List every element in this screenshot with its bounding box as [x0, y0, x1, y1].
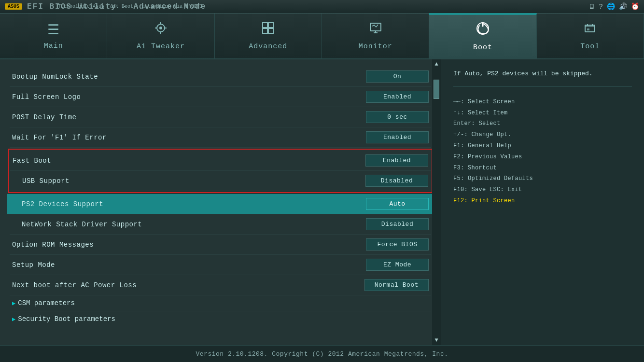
wait-f1-label: Wait For 'F1' If Error [12, 134, 107, 141]
footer-text: Version 2.10.1208. Copyright (C) 2012 Am… [196, 350, 448, 358]
setting-wait-f1[interactable]: Wait For 'F1' If Error Enabled [10, 127, 431, 148]
tab-ai-tweaker-label: Ai Tweaker [137, 42, 185, 51]
full-screen-logo-value[interactable]: Enabled [366, 91, 429, 103]
main-content: Bootup NumLock State On Full Screen Logo… [0, 59, 644, 345]
setting-post-delay[interactable]: POST Delay Time 0 sec [10, 107, 431, 127]
scroll-down-arrow[interactable]: ▼ [433, 335, 439, 345]
option-rom-value[interactable]: Force BIOS [366, 238, 429, 251]
help-text: If Auto, PS2 devices will be skipped. [453, 69, 632, 87]
svg-rect-5 [268, 28, 273, 33]
security-expand-icon: ▶ [12, 316, 15, 323]
left-panel: Bootup NumLock State On Full Screen Logo… [0, 59, 441, 345]
keybind-f1: F1: General Help [453, 140, 632, 152]
footer: Version 2.10.1208. Copyright (C) 2012 Am… [0, 345, 644, 362]
svg-rect-10 [587, 28, 589, 30]
setup-mode-label: Setup Mode [12, 261, 55, 269]
setting-network-stack[interactable]: NetWork Stack Driver Support Disabled [10, 214, 431, 235]
tab-tool-label: Tool [580, 42, 600, 51]
svg-rect-9 [585, 25, 595, 27]
setting-option-rom[interactable]: Option ROM Messages Force BIOS [10, 235, 431, 255]
keybind-list: →←: Select Screen ↑↓: Select Item Enter:… [453, 97, 632, 207]
usb-support-value[interactable]: Disabled [365, 175, 428, 187]
keybind-select-screen: →←: Select Screen [453, 97, 632, 108]
keybind-select-item: ↑↓: Select Item [453, 108, 632, 119]
network-stack-label: NetWork Stack Driver Support [12, 221, 142, 228]
full-screen-logo-label: Full Screen Logo [12, 93, 81, 101]
tab-monitor-label: Monitor [359, 42, 392, 51]
ps2-devices-label: PS2 Devices Support [12, 200, 103, 208]
keybind-change-opt: +/-: Change Opt. [453, 129, 632, 140]
title-bar-icons: 🖥 ? 🌐 🔊 ⏰ [588, 2, 639, 11]
scrollbar[interactable]: ▲ ▼ [432, 59, 441, 345]
tab-advanced-label: Advanced [249, 42, 287, 51]
title-bar-notification: Technologie Asus Fast Boot : activation … [58, 4, 203, 9]
csm-expand-icon: ▶ [12, 300, 15, 307]
option-rom-label: Option ROM Messages [12, 241, 94, 249]
setting-next-boot[interactable]: Next boot after AC Power Loss Normal Boo… [10, 275, 431, 295]
title-bar: ASUS EFI BIOS Utility - Advanced Mode Te… [0, 0, 644, 14]
fast-boot-label: Fast Boot [13, 157, 51, 165]
setting-ps2-devices[interactable]: PS2 Devices Support Auto [7, 194, 434, 214]
next-boot-value[interactable]: Normal Boot [364, 279, 429, 291]
wait-f1-value[interactable]: Enabled [366, 131, 429, 143]
csm-params-label: CSM parameters [18, 299, 75, 307]
fast-boot-group: Fast Boot Enabled USB Support Disabled [8, 149, 433, 193]
main-icon: ☰ [47, 22, 60, 38]
tab-boot[interactable]: Boot [429, 14, 536, 58]
setting-bootup-numlock[interactable]: Bootup NumLock State On [10, 67, 431, 87]
bootup-numlock-label: Bootup NumLock State [12, 73, 98, 81]
scrollbar-thumb[interactable] [434, 80, 439, 99]
svg-rect-3 [268, 23, 273, 28]
ai-tweaker-icon [154, 21, 168, 39]
network-icon: 🌐 [607, 2, 615, 11]
network-stack-value[interactable]: Disabled [366, 218, 429, 230]
monitor-icon: 🖥 [588, 3, 595, 11]
boot-icon [476, 21, 490, 40]
scroll-up-arrow[interactable]: ▲ [433, 59, 439, 69]
tab-ai-tweaker[interactable]: Ai Tweaker [107, 14, 214, 58]
asus-logo: ASUS [5, 3, 22, 10]
setting-setup-mode[interactable]: Setup Mode EZ Mode [10, 255, 431, 275]
fast-boot-value[interactable]: Enabled [365, 154, 428, 167]
keybind-f10: F10: Save ESC: Exit [453, 184, 632, 195]
next-boot-label: Next boot after AC Power Loss [12, 281, 137, 289]
time-icon: ⏰ [631, 2, 639, 11]
bootup-numlock-value[interactable]: On [366, 70, 429, 83]
tool-icon [583, 21, 597, 39]
keybind-f2: F2: Previous Values [453, 152, 632, 163]
svg-rect-4 [263, 28, 267, 33]
csm-params-row[interactable]: ▶ CSM parameters [10, 295, 431, 311]
right-panel: If Auto, PS2 devices will be skipped. →←… [441, 59, 644, 345]
keybind-f12: F12: Print Screen [453, 195, 632, 207]
setting-fast-boot[interactable]: Fast Boot Enabled [10, 151, 431, 171]
volume-icon: 🔊 [619, 2, 627, 11]
tab-boot-label: Boot [473, 43, 492, 52]
usb-support-label: USB Support [13, 177, 70, 185]
help-icon: ? [599, 3, 603, 11]
setup-mode-value[interactable]: EZ Mode [366, 259, 429, 271]
svg-point-1 [159, 27, 162, 29]
advanced-icon [261, 21, 275, 39]
security-boot-label: Security Boot parameters [18, 315, 115, 323]
post-delay-label: POST Delay Time [12, 113, 77, 121]
svg-rect-2 [263, 23, 267, 28]
tab-monitor[interactable]: Monitor [322, 14, 429, 58]
scrollbar-track [434, 70, 439, 334]
setting-usb-support[interactable]: USB Support Disabled [10, 171, 431, 191]
nav-tabs: ☰ Main Ai Tweaker Advanced [0, 14, 644, 59]
keybind-enter: Enter: Select [453, 118, 632, 129]
tab-advanced[interactable]: Advanced [215, 14, 322, 58]
setting-full-screen-logo[interactable]: Full Screen Logo Enabled [10, 87, 431, 107]
security-boot-row[interactable]: ▶ Security Boot parameters [10, 311, 431, 327]
tab-main-label: Main [44, 42, 63, 50]
tab-tool[interactable]: Tool [537, 14, 644, 58]
ps2-devices-value[interactable]: Auto [366, 198, 429, 210]
post-delay-value[interactable]: 0 sec [366, 111, 429, 123]
keybind-f3: F3: Shortcut [453, 163, 632, 174]
monitor-tab-icon [369, 21, 382, 39]
keybind-f5: F5: Optimized Defaults [453, 173, 632, 184]
tab-main[interactable]: ☰ Main [0, 14, 107, 58]
